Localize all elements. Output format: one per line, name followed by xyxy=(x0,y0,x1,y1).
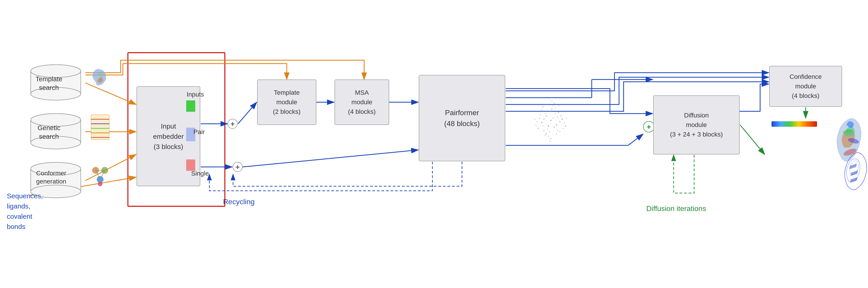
svg-point-91 xyxy=(549,140,550,141)
svg-line-10 xyxy=(238,102,257,124)
svg-point-64 xyxy=(552,109,553,110)
input-embedder-label: Inputembedder(3 blocks) xyxy=(153,121,184,152)
green-block xyxy=(186,100,195,112)
svg-point-81 xyxy=(541,110,542,111)
plus-circle-pair: + xyxy=(227,119,238,129)
svg-point-82 xyxy=(559,131,560,132)
svg-line-21 xyxy=(740,125,765,154)
svg-point-85 xyxy=(554,103,555,104)
svg-point-72 xyxy=(555,107,556,108)
svg-point-73 xyxy=(540,114,541,115)
inputs-label: Inputs xyxy=(187,91,204,98)
svg-point-77 xyxy=(544,130,545,131)
svg-point-74 xyxy=(561,115,562,116)
single-label: Single xyxy=(191,170,209,177)
svg-point-68 xyxy=(558,112,559,113)
svg-point-80 xyxy=(565,125,566,127)
blue-protein-output-icon xyxy=(842,136,868,193)
svg-point-94 xyxy=(534,119,535,120)
confidence-gradient-bar xyxy=(772,121,817,127)
confidence-module-box: Confidencemodule(4 blocks) xyxy=(769,66,842,107)
pair-label: Pair xyxy=(193,128,205,136)
svg-point-92 xyxy=(542,106,544,107)
diffusion-module-box: Diffusionmodule(3 + 24 + 3 blocks) xyxy=(653,96,740,154)
svg-point-49 xyxy=(550,120,552,121)
pairformer-label: Pairformer(48 blocks) xyxy=(444,107,480,129)
template-module-label: Templatemodule(2 blocks) xyxy=(273,88,301,116)
svg-point-78 xyxy=(557,130,558,131)
template-module-box: Templatemodule(2 blocks) xyxy=(257,79,316,125)
svg-point-52 xyxy=(541,122,542,123)
confidence-bar-area: 0 100 xyxy=(772,120,835,128)
svg-point-71 xyxy=(546,134,547,135)
svg-point-53 xyxy=(559,121,561,122)
confidence-module-label: Confidencemodule(4 blocks) xyxy=(789,72,822,101)
svg-point-51 xyxy=(555,113,556,114)
svg-point-83 xyxy=(550,138,552,139)
svg-point-79 xyxy=(535,124,536,125)
svg-point-57 xyxy=(557,116,558,117)
svg-point-67 xyxy=(542,125,543,127)
genetic-search-label: Geneticsearch xyxy=(26,124,72,141)
svg-point-54 xyxy=(548,125,549,127)
svg-point-66 xyxy=(556,124,557,125)
genetic-search-db: Geneticsearch xyxy=(26,111,85,152)
svg-point-65 xyxy=(545,113,546,114)
svg-point-87 xyxy=(556,134,557,135)
plus-circle-green: + xyxy=(643,121,654,133)
svg-point-55 xyxy=(553,118,554,118)
svg-point-70 xyxy=(564,122,565,123)
diffusion-iterations-label: Diffusion iterations xyxy=(646,205,706,213)
recycling-label: Recycling xyxy=(223,197,255,206)
diagram-container: Templatesearch Geneticsearch Conformerge… xyxy=(0,0,868,288)
plus-circle-single: + xyxy=(232,162,243,172)
scatter-cloud xyxy=(519,86,583,154)
svg-point-61 xyxy=(539,118,540,118)
svg-point-69 xyxy=(537,121,537,122)
svg-point-84 xyxy=(547,104,548,105)
input-embedder-box: Inputembedder(3 blocks) xyxy=(136,86,200,186)
svg-point-56 xyxy=(544,119,545,120)
diffusion-module-label: Diffusionmodule(3 + 24 + 3 blocks) xyxy=(670,111,723,139)
svg-point-62 xyxy=(561,118,563,120)
red-block xyxy=(186,159,195,171)
svg-point-95 xyxy=(566,118,567,118)
sequences-label: Sequences,ligands,covalentbonds xyxy=(7,191,43,232)
svg-point-89 xyxy=(563,128,564,129)
svg-rect-35 xyxy=(91,115,109,140)
msa-module-label: MSAmodule(4 blocks) xyxy=(348,88,375,116)
template-protein-icon xyxy=(89,64,112,93)
svg-point-60 xyxy=(554,127,555,128)
template-search-db: Templatesearch xyxy=(26,63,85,103)
svg-line-19 xyxy=(628,134,643,145)
conformer-molecule-icon xyxy=(89,161,112,191)
svg-point-88 xyxy=(538,128,539,129)
pairformer-box: Pairformer(48 blocks) xyxy=(419,75,505,161)
svg-point-63 xyxy=(549,131,550,132)
svg-point-58 xyxy=(550,111,552,112)
msa-module-box: MSAmodule(4 blocks) xyxy=(335,79,389,125)
conformer-generation-label: Conformergeneration xyxy=(26,169,76,186)
svg-point-50 xyxy=(546,115,547,116)
svg-point-90 xyxy=(552,101,552,102)
template-search-label: Templatesearch xyxy=(26,75,72,92)
svg-point-93 xyxy=(558,105,559,106)
genetic-dna-icon xyxy=(89,112,112,142)
svg-point-76 xyxy=(553,105,554,106)
svg-line-17 xyxy=(243,150,418,167)
svg-point-75 xyxy=(548,136,549,137)
svg-point-86 xyxy=(545,135,546,136)
svg-point-59 xyxy=(547,129,548,130)
